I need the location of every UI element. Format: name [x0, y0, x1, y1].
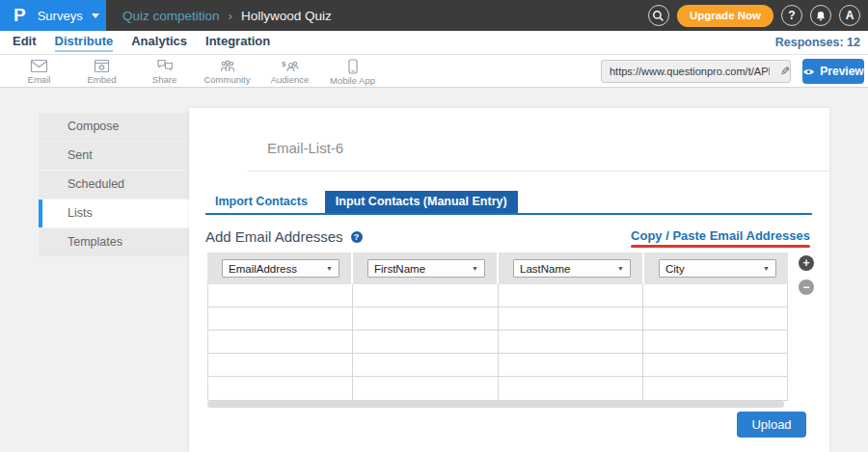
title-divider: [248, 171, 829, 172]
table-cell[interactable]: [353, 307, 498, 330]
table-cell[interactable]: [499, 284, 643, 306]
select-caret-icon: ▼: [472, 265, 478, 272]
channel-community[interactable]: Community: [196, 59, 258, 85]
help-button[interactable]: ?: [781, 5, 802, 26]
sidebar-item-templates[interactable]: Templates: [39, 228, 189, 256]
table-cell[interactable]: [353, 377, 498, 400]
table-cell[interactable]: [499, 354, 643, 376]
select-caret-icon: ▼: [326, 265, 333, 272]
sidebar-item-compose[interactable]: Compose: [39, 113, 189, 141]
table-cell[interactable]: [643, 331, 787, 353]
breadcrumb: Quiz competition › Hollywood Quiz: [122, 9, 332, 23]
product-menu-label: Surveys: [38, 9, 83, 23]
add-column-button[interactable]: +: [799, 255, 814, 271]
table-cell[interactable]: [499, 331, 643, 353]
column-select-lastname[interactable]: LastName ▼: [513, 259, 631, 278]
table-cell[interactable]: [643, 307, 787, 330]
topbar-actions: Upgrade Now ? A: [648, 0, 860, 31]
survey-url-field: ✎: [601, 60, 791, 83]
people-group-icon: [219, 59, 236, 73]
table-cell[interactable]: [208, 307, 353, 330]
email-list-title: Email-List-6: [267, 140, 343, 156]
channel-email[interactable]: Email: [8, 59, 70, 85]
remove-column-button[interactable]: −: [799, 279, 814, 295]
table-cell[interactable]: [208, 354, 353, 376]
column-select-city[interactable]: City ▼: [659, 259, 776, 278]
tab-distribute[interactable]: Distribute: [55, 34, 114, 52]
section-title: Add Email Addresses: [205, 228, 343, 245]
table-cell[interactable]: [643, 377, 787, 400]
table-row: [208, 284, 787, 307]
select-caret-icon: ▼: [617, 265, 624, 272]
dollar-people-icon: $: [281, 59, 299, 73]
channel-share[interactable]: Share: [133, 59, 196, 85]
red-annotation-underline: [631, 245, 810, 248]
table-cell[interactable]: [643, 354, 787, 376]
table-cell[interactable]: [353, 284, 498, 306]
header-cell: City ▼: [644, 253, 788, 284]
column-select-firstname[interactable]: FirstName ▼: [367, 259, 485, 278]
table-cell[interactable]: [353, 354, 498, 376]
embed-window-icon: [94, 59, 110, 73]
tab-import-contacts[interactable]: Import Contacts: [205, 191, 317, 213]
upload-button[interactable]: Upload: [737, 412, 806, 438]
edit-pencil-icon[interactable]: ✎: [773, 65, 790, 78]
table-cell[interactable]: [643, 284, 787, 306]
chevron-down-icon: [92, 13, 99, 18]
breadcrumb-current: Hollywood Quiz: [241, 9, 332, 23]
copy-paste-email-addresses-link[interactable]: Copy / Paste Email Addresses: [631, 228, 810, 248]
responses-count[interactable]: Responses: 12: [775, 36, 860, 49]
search-icon: [652, 10, 665, 22]
channel-mobile-app[interactable]: Mobile App: [321, 59, 384, 86]
channel-toolbar: Email Embed Share Community $: [0, 55, 868, 88]
top-bar: P Surveys Quiz competition › Hollywood Q…: [0, 0, 868, 31]
sidebar-item-lists[interactable]: Lists: [39, 199, 189, 227]
upgrade-now-button[interactable]: Upgrade Now: [677, 5, 773, 27]
survey-nav-bar: Edit Distribute Analytics Integration Re…: [0, 31, 868, 55]
email-sidebar: Compose Sent Scheduled Lists Templates: [39, 113, 189, 257]
svg-text:$: $: [282, 60, 286, 68]
preview-button[interactable]: Preview: [802, 59, 864, 84]
section-head: Add Email Addresses ? Copy / Paste Email…: [205, 228, 810, 248]
avatar[interactable]: A: [839, 5, 860, 26]
column-select-emailaddress[interactable]: EmailAddress ▼: [222, 259, 339, 278]
tab-edit[interactable]: Edit: [13, 34, 37, 52]
questionpro-logo: P: [14, 5, 26, 26]
header-cell: FirstName ▼: [353, 253, 497, 284]
row-buttons: + −: [799, 255, 814, 295]
header-cell: EmailAddress ▼: [207, 253, 351, 284]
contact-table-body: [207, 284, 788, 401]
table-cell[interactable]: [499, 307, 643, 330]
breadcrumb-parent[interactable]: Quiz competition: [122, 9, 220, 23]
help-icon[interactable]: ?: [351, 231, 363, 243]
survey-url-input[interactable]: [602, 66, 773, 77]
table-cell[interactable]: [208, 331, 353, 353]
envelope-icon: [30, 59, 48, 73]
tab-input-contacts-manual-entry[interactable]: Input Contacts (Manual Entry): [325, 191, 518, 213]
table-row: [208, 307, 787, 331]
table-cell[interactable]: [353, 331, 498, 353]
table-cell[interactable]: [208, 377, 353, 400]
header-cell: LastName ▼: [499, 253, 642, 284]
notifications-button[interactable]: [810, 5, 831, 26]
product-menu[interactable]: P Surveys: [0, 0, 106, 31]
sidebar-item-sent[interactable]: Sent: [39, 142, 189, 170]
bell-icon: [815, 10, 827, 22]
eye-icon: [802, 67, 815, 76]
table-cell[interactable]: [499, 377, 643, 400]
question-mark-icon: ?: [788, 9, 795, 22]
table-row: [208, 377, 787, 400]
table-horizontal-scrollbar[interactable]: [207, 401, 784, 408]
channel-audience[interactable]: $ Audience: [258, 59, 321, 85]
lists-panel: Email-List-6 Import Contacts Input Conta…: [189, 108, 829, 452]
search-button[interactable]: [648, 5, 669, 26]
contacts-table-header: EmailAddress ▼ FirstName ▼ LastName ▼ Ci…: [207, 253, 788, 284]
table-cell[interactable]: [208, 284, 353, 306]
tab-integration[interactable]: Integration: [205, 34, 270, 52]
plus-icon: +: [802, 256, 809, 270]
breadcrumb-separator-icon: ›: [229, 9, 232, 23]
sidebar-item-scheduled[interactable]: Scheduled: [39, 171, 189, 199]
channel-embed[interactable]: Embed: [70, 59, 133, 85]
contacts-table: EmailAddress ▼ FirstName ▼ LastName ▼ Ci…: [207, 253, 788, 408]
tab-analytics[interactable]: Analytics: [131, 34, 187, 52]
